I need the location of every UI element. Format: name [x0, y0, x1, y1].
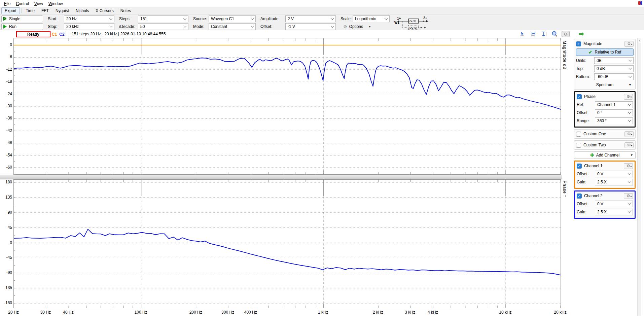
mode-select[interactable]: Constant	[209, 23, 256, 30]
check-icon: ✔	[588, 49, 593, 55]
y-tick-label: -42	[0, 128, 12, 133]
custom-one-settings-button[interactable]: ⚙▼	[624, 131, 634, 137]
x-tick-label: 200 Hz	[184, 310, 208, 315]
stop-select[interactable]: 20 kHz	[64, 23, 114, 30]
tab-nyquist[interactable]: Nyquist	[52, 8, 72, 14]
magnitude-plot[interactable]	[13, 38, 561, 175]
channel-2-offset-select[interactable]: 0 V	[595, 201, 633, 207]
single-button[interactable]: 1 Single	[1, 15, 43, 22]
scale-select[interactable]: Logarithmic	[353, 15, 390, 22]
phase-offset-select[interactable]: 0 °	[595, 109, 633, 116]
plot-toolbar-icons: ⚙	[520, 31, 585, 37]
x-tick-label: 30 Hz	[34, 310, 57, 315]
custom-two-panel: Custom Two ⚙▼	[574, 140, 636, 150]
phase-checkbox[interactable]: ✓	[577, 94, 582, 99]
stop-label: Stop:	[43, 24, 64, 29]
chevron-down-icon	[628, 111, 631, 114]
main-area: Magnitude dB Phase ° 0-6-12-18-24-30-36-…	[0, 38, 644, 316]
chevron-down-icon	[331, 25, 334, 28]
scroll-up-icon[interactable]: ▲	[638, 38, 641, 43]
channel-sidebar: ✓ Magnitude ⚙▼ ✔ Relative to Ref Units: …	[574, 39, 636, 220]
run-button[interactable]: Run	[1, 23, 43, 30]
tab-time[interactable]: Time	[23, 8, 38, 14]
plot-splitter[interactable]	[0, 175, 562, 179]
tab-nichols[interactable]: Nichols	[73, 8, 92, 14]
custom-two-title: Custom Two	[583, 143, 622, 147]
x-cursor-icon[interactable]	[530, 31, 537, 37]
channel-2-gain-select[interactable]: 2.5 X	[595, 209, 633, 215]
chevron-down-icon	[385, 17, 388, 20]
relative-to-ref-button[interactable]: ✔ Relative to Ref	[576, 48, 634, 56]
tab-notes[interactable]: Notes	[117, 8, 134, 14]
dropdown-arrow-icon: ▼	[630, 153, 633, 157]
y-tick-label: -30	[0, 104, 12, 108]
tab-x-cursors[interactable]: X Cursors	[93, 8, 116, 14]
amplitude-select[interactable]: 2 V	[285, 15, 336, 22]
c1-toggle[interactable]: C1	[50, 31, 58, 37]
range-select[interactable]: 360 °	[595, 117, 633, 124]
phase-panel-title: Phase	[584, 94, 621, 99]
dropdown-arrow-icon: ▼	[631, 132, 633, 137]
y-tick-label: -12	[0, 67, 12, 72]
chevron-down-icon	[628, 180, 631, 183]
menu-window[interactable]: Window	[46, 1, 66, 7]
menu-view[interactable]: View	[32, 1, 46, 7]
add-channel-button[interactable]: ✚ Add Channel ▼	[574, 151, 636, 159]
start-select[interactable]: 20 Hz	[64, 15, 114, 22]
options-button[interactable]: ⚙ Options ▼	[341, 23, 374, 30]
bottom-select[interactable]: -60 dB	[594, 73, 634, 80]
channel-1-gain-select[interactable]: 2.5 X	[595, 179, 633, 185]
menu-control[interactable]: Control	[13, 1, 32, 7]
top-select[interactable]: 0 dB	[594, 65, 634, 72]
custom-two-settings-button[interactable]: ⚙▼	[624, 142, 634, 148]
magnitude-checkbox[interactable]: ✓	[576, 41, 581, 46]
chevron-down-icon	[628, 210, 631, 213]
custom-two-checkbox[interactable]	[576, 143, 581, 148]
offset-select[interactable]: -1 V	[285, 23, 336, 30]
x-tick-label: 300 Hz	[216, 310, 240, 315]
sidebar-scrollbar[interactable]: ▲	[637, 38, 641, 316]
y-cursor-icon[interactable]	[541, 31, 547, 37]
dropdown-arrow-icon: ▼	[630, 164, 632, 169]
custom-one-checkbox[interactable]	[576, 132, 581, 137]
steps-select[interactable]: 151	[138, 15, 188, 22]
channel-1-settings-button[interactable]: ⚙▼	[624, 163, 633, 169]
channel-2-title: Channel 2	[584, 194, 621, 198]
ref-select[interactable]: Channel 1	[595, 101, 633, 108]
channel-1-checkbox[interactable]: ✓	[577, 164, 582, 169]
chevron-down-icon	[628, 103, 631, 106]
y-tick-label: 135	[0, 195, 12, 200]
zoom-icon[interactable]	[551, 31, 558, 37]
source-select[interactable]: Wavegen C1	[209, 15, 256, 22]
magnitude-settings-button[interactable]: ⚙▼	[624, 41, 634, 47]
phase-plot[interactable]	[13, 179, 561, 308]
wiring-dut2-label: DUT2	[409, 26, 417, 29]
y-tick-label: 0	[0, 240, 12, 245]
channel-1-offset-select[interactable]: 0 V	[595, 171, 633, 177]
offset-value: -1 V	[288, 24, 295, 29]
collapse-panel-icon[interactable]	[578, 31, 585, 37]
spectrum-button[interactable]: Spectrum ▼	[576, 81, 634, 88]
tab-fft[interactable]: FFT	[38, 8, 52, 14]
start-value: 20 Hz	[66, 16, 77, 21]
channel-2-checkbox[interactable]: ✓	[577, 194, 582, 199]
bottom-label: Bottom:	[576, 74, 594, 79]
c2-toggle[interactable]: C2	[58, 31, 66, 37]
per-decade-select[interactable]: 50	[138, 23, 188, 30]
menu-file[interactable]: File	[1, 1, 13, 7]
channel-2-settings-button[interactable]: ⚙▼	[624, 193, 633, 199]
offset-label: Offset:	[256, 24, 285, 29]
x-tick-label: 4 kHz	[421, 310, 444, 315]
mode-label: Mode:	[188, 24, 209, 29]
phase-settings-button[interactable]: ⚙▼	[624, 94, 633, 100]
toolbar-row-1: 1 Single Start: 20 Hz Steps: 151 Source:…	[1, 15, 643, 23]
x-tick-label: 1 kHz	[311, 310, 335, 315]
dut-wiring-diagram: 1+ W1 DUT1 2+ DUT2	[394, 15, 433, 31]
tab-export[interactable]: Export	[1, 7, 20, 14]
per-decade-label: /Decade:	[114, 24, 138, 29]
channel-1-gain-label: Gain:	[577, 180, 595, 184]
plot-settings-button[interactable]: ⚙	[562, 31, 570, 37]
start-label: Start:	[43, 16, 64, 21]
cursors-icon[interactable]	[520, 31, 527, 37]
units-select[interactable]: dB	[594, 57, 634, 64]
